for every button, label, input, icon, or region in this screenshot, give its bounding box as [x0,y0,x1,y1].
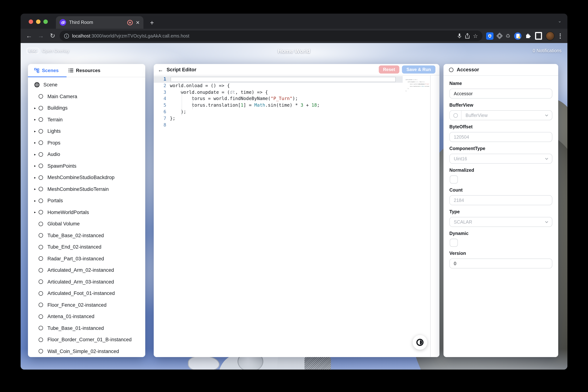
scene-tree-row[interactable]: ▸Lights [28,126,145,137]
sidebar-toggle-icon[interactable] [535,32,542,40]
reset-button[interactable]: Reset [378,66,399,74]
scene-tree-row[interactable]: ▸Audio [28,148,145,160]
disclosure-arrow-icon[interactable]: ▸ [34,141,37,145]
componenttype-select-value: Uint16 [450,156,545,161]
scene-tree-row[interactable]: Tube_End_02-instanced [28,241,145,253]
password-manager-extension-icon[interactable] [486,32,493,40]
reload-button[interactable]: ↻ [48,31,57,41]
node-circle-icon [38,338,43,342]
profile-avatar[interactable] [546,32,554,40]
name-field[interactable] [449,88,552,98]
code-lines[interactable]: 12world.onload = () => {3 world.onupdate… [154,76,440,128]
scene-tree-row[interactable]: Floor_Border_Corner_01_B-instanced [28,334,145,346]
dynamic-checkbox[interactable] [450,239,458,247]
forward-button[interactable]: → [36,31,46,41]
scene-tree-row[interactable]: Tube_Base_02-instanced [28,230,145,241]
normalized-checkbox[interactable] [450,176,458,184]
scene-tree-row[interactable]: Articulated_Arm_03-instanced [28,276,145,288]
type-select[interactable]: SCALAR [449,217,552,227]
scene-tree-row[interactable]: ▸Portals [28,195,145,206]
scene-tree-row[interactable]: Main Camera [28,91,145,102]
disclosure-arrow-icon[interactable]: ▸ [34,164,37,168]
tab-resources[interactable]: Resources [64,64,105,77]
disclosure-arrow-icon[interactable]: ▸ [34,152,37,156]
window-close-button[interactable] [29,20,33,24]
url-text[interactable]: localhost:3000/world/!vjrzmTVOcyIsLgaAkA… [72,33,454,38]
contrast-toggle-button[interactable] [412,335,427,350]
tree-node-label: Radar_Part_03-instanced [48,256,104,262]
contrast-icon [416,338,424,346]
site-info-icon[interactable] [64,33,69,38]
diamond-extension-icon[interactable] [496,32,503,39]
share-icon[interactable] [465,33,470,38]
tree-node-label: Tube_Base_02-instanced [48,233,104,238]
node-circle-icon [38,222,43,226]
scene-tree-row[interactable]: ▸MeshCombineStudioTerrain [28,183,145,195]
browser-tab[interactable]: Third Room ✕ [56,16,144,29]
scene-tree-row[interactable]: Wall_Coin_Simple_02-instanced [28,346,145,357]
scene-tree-row[interactable]: ▸SpawnPoints [28,160,145,172]
url-path: :3000/world/!vjrzmTVOcyIsLgaAkA:call.ems… [90,33,190,38]
active-line-box [171,77,396,82]
dynamic-field-label: Dynamic [449,231,552,236]
scene-tree-row[interactable]: Articulated_Foot_01-instanced [28,288,145,299]
chevron-down-icon [545,158,552,160]
bufferview-select[interactable]: BufferView [449,110,552,120]
scene-tree-row[interactable]: ▸HomeWorldPortals [28,206,145,218]
reader-extension-icon[interactable] [514,32,522,40]
microphone-icon[interactable] [457,33,462,38]
back-button[interactable]: ← [24,31,34,41]
scene-tree-row[interactable]: Scene [28,79,145,91]
disclosure-arrow-icon[interactable]: ▸ [34,199,37,202]
type-field-label: Type [449,209,552,214]
browser-menu-icon[interactable] [558,33,562,38]
tree-node-label: Wall_Coin_Simple_02-instanced [48,348,119,354]
componenttype-select[interactable]: Uint16 [449,154,552,164]
node-circle-icon [38,118,43,122]
address-bar[interactable]: localhost:3000/world/!vjrzmTVOcyIsLgaAkA… [60,30,482,41]
extensions-puzzle-icon[interactable] [525,33,531,39]
scene-tree: SceneMain Camera▸Buildings▸Terrain▸Light… [28,77,145,357]
window-minimize-button[interactable] [36,20,40,24]
count-field[interactable] [449,195,552,205]
disclosure-arrow-icon[interactable]: ▸ [34,130,37,133]
scene-tree-row[interactable]: Antena_01-instanced [28,311,145,322]
node-circle-icon [38,233,43,238]
node-circle-icon [38,152,43,157]
tab-scenes[interactable]: Scenes [30,64,64,77]
scene-tree-row[interactable]: ▸Props [28,137,145,148]
scene-tree-row[interactable]: ▸Terrain [28,114,145,126]
node-circle-icon [38,303,43,307]
version-field[interactable] [449,258,552,268]
scene-tree-row[interactable]: ▸Buildings [28,102,145,114]
disclosure-arrow-icon[interactable]: ▸ [34,210,37,214]
list-icon [68,68,73,73]
scene-tree-row[interactable]: Floor_Fence_02-instanced [28,299,145,311]
recycle-extension-icon[interactable]: ♻ [506,33,510,38]
editor-scrollbar-gutter[interactable] [430,76,440,357]
disclosure-arrow-icon[interactable]: ▸ [34,176,37,180]
scene-tree-row[interactable]: Radar_Part_03-instanced [28,253,145,264]
code-editor[interactable]: 12world.onload = () => {3 world.onupdate… [154,76,440,357]
scene-tree-row[interactable]: Global Volume [28,218,145,230]
disclosure-arrow-icon[interactable]: ▸ [34,187,37,191]
line-number: 8 [154,122,170,128]
window-zoom-button[interactable] [44,20,48,24]
scene-tree-row[interactable]: Articulated_Arm_02-instanced [28,264,145,276]
code-minimap[interactable]: world.onload = () => { world.onupdate = … [406,76,429,93]
save-and-run-button[interactable]: Save & Run [402,66,436,74]
tab-scenes-label: Scenes [42,68,59,73]
scene-tree-row[interactable]: Tube_Base_01-instanced [28,322,145,334]
node-circle-icon [38,141,43,145]
byteoffset-field[interactable] [449,132,552,142]
line-number: 5 [154,102,170,109]
disclosure-arrow-icon[interactable]: ▸ [34,106,37,110]
scene-tree-row[interactable]: ▸MeshCombineStudioBackdrop [28,172,145,183]
scenes-panel: Scenes Resources SceneMain Camera▸Buildi… [28,64,145,357]
tab-search-chevron-icon[interactable]: ⌄ [558,18,562,24]
tab-close-icon[interactable]: ✕ [136,20,140,25]
back-arrow-icon[interactable]: ← [158,66,163,73]
disclosure-arrow-icon[interactable]: ▸ [34,118,37,122]
bookmark-star-icon[interactable]: ☆ [473,32,478,39]
new-tab-button[interactable]: + [150,20,154,26]
